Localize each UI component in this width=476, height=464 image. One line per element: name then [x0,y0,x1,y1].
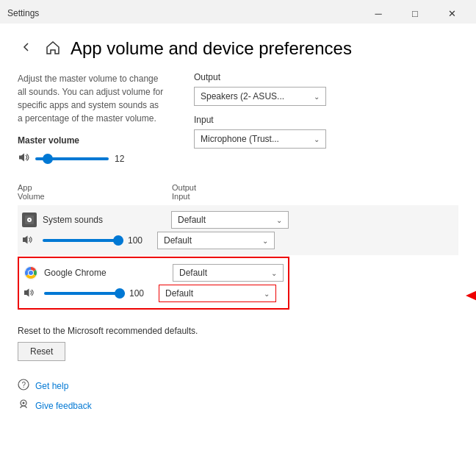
app-table: App Volume Output Input [18,183,458,311]
system-sounds-vol-value: 100 [128,235,147,246]
master-volume-label: Master volume [18,135,165,146]
feedback-icon [18,399,29,413]
system-sounds-output-select[interactable]: Default ⌄ [171,211,289,229]
google-chrome-row: Google Chrome Default ⌄ [18,257,289,310]
title-bar-left: Settings [7,8,39,18]
back-icon [21,41,32,53]
chrome-top: Google Chrome Default ⌄ [24,260,284,283]
system-sounds-name: System sounds [43,215,171,225]
chrome-input-select[interactable]: Default ⌄ [159,285,276,302]
reset-button[interactable]: Reset [18,342,65,361]
chrome-vol-icon [24,288,44,300]
chrome-bottom: 100 Default ⌄ [24,283,284,307]
volume-icon [18,151,29,165]
minimize-button[interactable]: ─ [361,4,395,22]
output-section: Output Speakers (2- ASUS... ⌄ [194,72,458,106]
close-button[interactable]: ✕ [435,4,469,22]
col-input-label: Input [172,192,458,201]
chrome-input-chevron: ⌄ [264,290,270,298]
home-icon [46,40,60,57]
title-bar: Settings ─ □ ✕ [0,0,476,24]
input-label: Input [194,115,458,125]
output-chevron-icon: ⌄ [314,93,320,101]
app-table-header: App Volume Output Input [18,183,458,201]
system-sounds-volume-slider[interactable] [43,239,123,242]
give-feedback-link[interactable]: Give feedback [18,399,458,413]
col-app-label: App [18,183,172,192]
red-arrow-annotation [466,288,476,304]
chrome-icon [24,265,38,280]
chrome-output-value: Default [179,268,207,278]
svg-point-10 [23,402,25,404]
back-button[interactable] [18,41,35,56]
svg-point-5 [29,271,33,275]
maximize-button[interactable]: □ [398,4,432,22]
input-select[interactable]: Microphone (Trust... ⌄ [194,129,326,149]
output-select[interactable]: Speakers (2- ASUS... ⌄ [194,87,326,106]
system-icon-shape [22,213,37,227]
get-help-label: Get help [35,381,68,391]
system-sounds-bottom: 100 Default ⌄ [22,230,454,254]
system-sounds-icon [22,213,37,227]
input-chevron-icon: ⌄ [314,135,320,143]
svg-text:?: ? [22,381,26,389]
system-sounds-row: System sounds Default ⌄ 100 Defau [18,205,458,255]
master-volume-value: 12 [115,154,129,164]
right-column: Output Speakers (2- ASUS... ⌄ Input Micr… [194,72,458,168]
master-volume-slider[interactable] [35,157,109,160]
system-sounds-input-chevron: ⌄ [262,237,268,245]
footer-links: ? Get help Give feedback [18,379,458,413]
give-feedback-label: Give feedback [35,401,92,411]
col-vol-label: Volume [18,192,172,201]
input-section: Input Microphone (Trust... ⌄ [194,115,458,149]
title-bar-title: Settings [7,8,39,18]
system-sounds-vol-icon [22,235,43,247]
reset-description: Reset to the Microsoft recommended defau… [18,326,458,336]
page-description: Adjust the master volume to change all s… [18,72,165,125]
output-selected-value: Speakers (2- ASUS... [201,91,284,101]
get-help-link[interactable]: ? Get help [18,379,458,393]
content-area: App volume and device preferences Adjust… [0,24,476,464]
chrome-vol-value: 100 [129,288,148,299]
page-title: App volume and device preferences [71,38,352,59]
master-volume-row: 12 [18,151,165,165]
system-sounds-input-value: Default [164,235,192,246]
output-label: Output [194,72,458,82]
page-header: App volume and device preferences [18,38,458,59]
chrome-icon-svg [24,265,38,280]
left-column: Adjust the master volume to change all s… [18,72,165,168]
input-selected-value: Microphone (Trust... [201,134,279,144]
system-sounds-input-select[interactable]: Default ⌄ [157,232,275,249]
red-arrow-svg [466,288,476,304]
svg-marker-6 [466,289,476,302]
col-app-header: App Volume [18,183,172,201]
main-layout: Adjust the master volume to change all s… [18,72,458,168]
col-output-input-header: Output Input [172,183,458,201]
chrome-name: Google Chrome [44,268,173,278]
chrome-input-value: Default [165,288,193,299]
chrome-output-chevron: ⌄ [271,269,277,277]
svg-point-2 [29,219,30,221]
system-sounds-output-value: Default [178,215,206,225]
chrome-output-select[interactable]: Default ⌄ [173,264,284,282]
chrome-volume-slider[interactable] [44,292,125,295]
title-bar-controls: ─ □ ✕ [361,4,469,22]
help-icon: ? [18,379,29,393]
reset-section: Reset to the Microsoft recommended defau… [18,326,458,361]
col-output-label: Output [172,183,458,192]
system-sounds-top: System sounds Default ⌄ [22,207,454,230]
system-sounds-output-chevron: ⌄ [276,216,282,224]
